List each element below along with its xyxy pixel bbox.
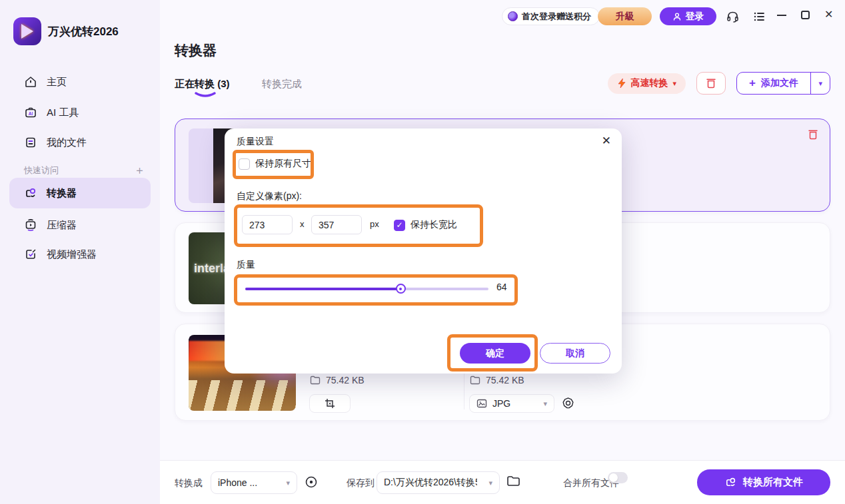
add-files-dropdown-button[interactable]: ▾	[811, 73, 830, 94]
file-3-format-select[interactable]: JPG ▾	[469, 394, 554, 413]
quality-slider[interactable]	[245, 288, 488, 290]
login-label: 登录	[686, 11, 704, 23]
fast-convert-caret-icon: ▾	[673, 80, 677, 87]
app-logo-row: 万兴优转2026	[13, 17, 119, 45]
upgrade-button[interactable]: 升級	[598, 7, 652, 25]
sidebar-item-ai-tools[interactable]: AI AI 工具	[9, 97, 151, 128]
tab-converting[interactable]: 正在转换 (3)	[175, 78, 230, 91]
upgrade-label: 升級	[616, 11, 634, 23]
fast-convert-label: 高速转换	[631, 77, 668, 89]
add-plus-icon: +	[749, 77, 756, 90]
chevron-down-icon: ▾	[818, 80, 822, 87]
file-icon	[470, 376, 480, 385]
open-folder-icon[interactable]	[506, 475, 520, 490]
sidebar-item-label: 主页	[47, 76, 67, 89]
toolbar: 高速转换 ▾ + 添加文件 ▾	[608, 72, 831, 95]
ai-tools-icon: AI	[24, 106, 37, 119]
dialog-title: 质量设置	[237, 136, 274, 148]
converter-icon	[24, 186, 37, 200]
window-minimize-button[interactable]	[777, 15, 786, 16]
keep-ratio-checkbox[interactable]: ✓	[394, 220, 405, 231]
sidebar: 万兴优转2026 主页 AI AI 工具 我的文件 快速访问 ＋ 转换器 压缩器	[0, 0, 160, 504]
convert-to-value: iPhone ...	[218, 477, 257, 488]
quick-access-add-icon[interactable]: ＋	[134, 162, 145, 178]
sidebar-item-label: AI 工具	[47, 107, 79, 119]
svg-text:AI: AI	[29, 111, 33, 116]
video-enhancer-icon	[24, 248, 37, 261]
fast-convert-button[interactable]: 高速转换 ▾	[608, 73, 686, 94]
convert-all-button[interactable]: 转换所有文件	[697, 469, 830, 495]
window-maximize-button[interactable]	[801, 11, 810, 19]
keep-ratio-label: 保持长宽比	[411, 219, 457, 231]
convert-to-select[interactable]: iPhone ... ▾	[211, 471, 297, 494]
file-3-source-size: 75.42 KB	[310, 375, 365, 385]
trash-icon	[705, 77, 717, 89]
image-icon	[476, 399, 487, 408]
active-tab-underline	[194, 92, 217, 99]
quick-access-section: 快速访问 ＋	[24, 162, 145, 178]
dialog-close-icon[interactable]: ✕	[602, 134, 611, 148]
sidebar-item-home[interactable]: 主页	[9, 67, 151, 97]
sidebar-item-converter[interactable]: 转换器	[9, 178, 151, 208]
width-input[interactable]	[242, 215, 293, 234]
keep-original-label: 保持原有尺寸	[255, 158, 311, 170]
login-button[interactable]: 登录	[660, 7, 716, 25]
file-icon	[310, 376, 321, 385]
crop-icon	[325, 398, 335, 409]
ok-button[interactable]: 确定	[460, 343, 530, 364]
chevron-down-icon: ▾	[281, 479, 290, 487]
chevron-down-icon: ▾	[543, 399, 547, 408]
source-size-label: 75.42 KB	[326, 375, 365, 385]
footer-bar: 转换成 iPhone ... ▾ 保存到 D:\万兴优转2026\转换5 ▾ 合…	[160, 460, 845, 504]
app-window: 万兴优转2026 主页 AI AI 工具 我的文件 快速访问 ＋ 转换器 压缩器	[0, 0, 845, 504]
keep-original-row: 保持原有尺寸	[239, 158, 311, 170]
clear-all-trash-button[interactable]	[696, 72, 726, 95]
save-to-select[interactable]: D:\万兴优转2026\转换5 ▾	[377, 471, 500, 494]
height-input[interactable]	[311, 215, 362, 234]
target-size-label: 75.42 KB	[486, 375, 524, 385]
support-headset-icon[interactable]	[725, 9, 740, 24]
sidebar-item-compressor[interactable]: 压缩器	[9, 210, 151, 240]
keep-ratio-row: ✓ 保持长宽比	[394, 219, 457, 231]
save-to-value: D:\万兴优转2026\转换5	[384, 477, 477, 489]
quick-access-label: 快速访问	[24, 164, 59, 176]
add-files-label: 添加文件	[761, 77, 798, 89]
promo-coin-icon	[508, 11, 518, 21]
quality-slider-handle[interactable]	[396, 284, 406, 294]
home-icon	[24, 75, 37, 89]
file-3-settings-gear-icon[interactable]	[562, 397, 574, 412]
compressor-icon	[24, 218, 37, 232]
sidebar-item-label: 转换器	[47, 187, 77, 200]
format-value: JPG	[492, 398, 510, 409]
page-title: 转换器	[175, 41, 217, 60]
quality-slider-fill	[245, 288, 401, 290]
cancel-button[interactable]: 取消	[540, 343, 610, 364]
convert-to-label: 转换成	[175, 477, 203, 489]
keep-original-checkbox[interactable]	[239, 158, 250, 170]
toggle-knob	[609, 473, 618, 482]
custom-pixels-label: 自定义像素(px):	[237, 190, 302, 202]
save-to-label: 保存到	[347, 477, 375, 489]
chevron-down-icon: ▾	[483, 479, 492, 487]
format-target-icon[interactable]	[304, 475, 319, 492]
first-login-promo-badge[interactable]: 首次登录赠送积分	[502, 7, 600, 25]
task-list-icon[interactable]	[752, 9, 766, 24]
promo-badge-label: 首次登录赠送积分	[522, 11, 591, 23]
trash-icon	[807, 128, 819, 140]
window-close-button[interactable]: ✕	[824, 8, 833, 21]
topbar: 首次登录赠送积分 升級 登录 ✕	[160, 0, 845, 32]
sidebar-item-my-files[interactable]: 我的文件	[9, 127, 151, 158]
sidebar-item-label: 视频增强器	[47, 248, 97, 261]
app-title: 万兴优转2026	[48, 24, 119, 39]
my-files-icon	[24, 136, 37, 149]
file-3-crop-button[interactable]	[309, 394, 351, 413]
file-1-delete-button[interactable]	[807, 128, 819, 143]
check-icon: ✓	[396, 220, 403, 230]
sidebar-item-video-enhancer[interactable]: 视频增强器	[9, 239, 151, 270]
add-files-button[interactable]: + 添加文件 ▾	[736, 72, 830, 95]
quality-settings-dialog: 质量设置 ✕ 保持原有尺寸 自定义像素(px): x px ✓ 保持长宽比 质量…	[225, 128, 622, 374]
sidebar-item-label: 我的文件	[47, 136, 87, 149]
merge-files-toggle[interactable]	[608, 472, 628, 483]
tab-finished[interactable]: 转换完成	[262, 78, 302, 91]
file-3-target-size: 75.42 KB	[470, 375, 524, 385]
